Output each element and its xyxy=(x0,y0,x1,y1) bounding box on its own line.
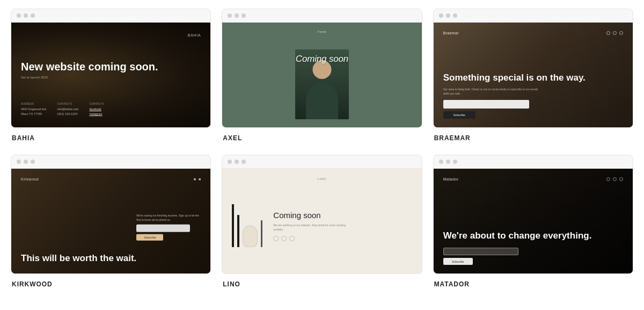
bahia-address: 2842 Dogwood AveWaco TX 77765 xyxy=(21,107,47,117)
matador-dots xyxy=(434,155,633,169)
dot-1 xyxy=(228,13,232,18)
card-kirkwood[interactable]: Kirkwood ■ ■ This will be worth the wait… xyxy=(11,155,211,288)
kirkwood-logo-text: Kirkwood xyxy=(21,177,39,181)
matador-subscribe-btn[interactable]: Subscribe xyxy=(443,258,473,265)
lino-social-icons xyxy=(273,236,412,241)
card-matador[interactable]: Matador We're about to change everything… xyxy=(433,155,633,288)
dot-3 xyxy=(453,13,457,18)
braemar-label: BRAEMAR xyxy=(433,133,633,142)
dot-1 xyxy=(439,13,443,18)
axel-image: Feed Coming soon xyxy=(222,23,421,127)
bahia-contacts-label: Contacts xyxy=(57,102,79,106)
bahia-heading: New website coming soon. xyxy=(21,60,201,74)
bahia-logo-text: Bahia xyxy=(188,33,201,37)
matador-content: We're about to change everything. Subscr… xyxy=(443,219,623,265)
dot-2 xyxy=(235,160,239,164)
matador-icon-1 xyxy=(606,177,610,181)
braemar-preview[interactable]: Braemar Something special is on the way.… xyxy=(433,9,633,128)
braemar-heading: Something special is on the way. xyxy=(443,72,623,84)
lino-heading: Coming soon xyxy=(273,210,412,221)
dot-3 xyxy=(241,160,246,164)
axel-preview[interactable]: Feed Coming soon xyxy=(222,9,422,128)
card-bahia[interactable]: Bahia New website coming soon. Set to la… xyxy=(11,9,211,142)
dot-2 xyxy=(24,13,28,18)
matador-email-input[interactable] xyxy=(443,248,518,255)
matador-icon-3 xyxy=(619,177,623,181)
kirkwood-icon-tw: ■ xyxy=(199,177,201,181)
matador-label: MATADOR xyxy=(433,279,633,288)
lino-stick-2 xyxy=(237,215,239,247)
bahia-instagram: instagram xyxy=(89,112,104,117)
kirkwood-icon-ig: ■ xyxy=(194,177,196,181)
lino-icon-tw xyxy=(289,236,295,241)
braemar-logo-text: Braemar xyxy=(443,31,459,35)
card-lino[interactable]: Lino Coming soon We are working on our w… xyxy=(222,155,422,288)
card-braemar[interactable]: Braemar Something special is on the way.… xyxy=(433,9,633,142)
kirkwood-dots xyxy=(11,155,210,169)
bahia-links-label: Contacts xyxy=(89,102,104,106)
lino-background: Lino Coming soon We are working on our w… xyxy=(222,169,421,273)
braemar-content: Something special is on the way. Our sto… xyxy=(443,67,623,119)
axel-heading: Coming soon xyxy=(296,54,348,64)
lino-stick-1 xyxy=(232,204,234,247)
dot-2 xyxy=(235,13,239,18)
lino-content: Coming soon We are working on our websit… xyxy=(232,186,412,265)
lino-icon-ig xyxy=(281,236,287,241)
lino-text-panel: Coming soon We are working on our websit… xyxy=(268,210,412,241)
card-axel[interactable]: Feed Coming soon AXEL xyxy=(222,9,422,142)
kirkwood-email-input[interactable] xyxy=(136,224,190,232)
lino-vase xyxy=(243,226,258,247)
lino-label: LINO xyxy=(222,279,422,288)
matador-image: Matador We're about to change everything… xyxy=(434,169,633,273)
matador-background: Matador We're about to change everything… xyxy=(434,169,633,273)
braemar-subscribe-btn[interactable]: Subscribe xyxy=(443,111,475,119)
kirkwood-background: Kirkwood ■ ■ This will be worth the wait… xyxy=(11,169,210,273)
dot-3 xyxy=(453,160,457,164)
bahia-preview[interactable]: Bahia New website coming soon. Set to la… xyxy=(11,9,211,128)
braemar-background: Braemar Something special is on the way.… xyxy=(434,23,633,127)
bahia-address-col: Address 2842 Dogwood AveWaco TX 77765 xyxy=(21,102,47,117)
kirkwood-label: KIRKWOOD xyxy=(11,279,211,288)
axel-label: AXEL xyxy=(222,133,422,142)
kirkwood-social-icons: ■ ■ xyxy=(194,177,201,181)
bahia-background: Bahia New website coming soon. Set to la… xyxy=(11,23,210,127)
axel-dots xyxy=(222,9,421,23)
bahia-contacts-col: Contacts info@bahia.com (321) 123-1234 xyxy=(57,102,79,117)
bahia-facebook: facebook xyxy=(89,107,104,112)
matador-social-icons xyxy=(606,177,623,181)
matador-preview[interactable]: Matador We're about to change everything… xyxy=(433,155,633,274)
braemar-icon-3 xyxy=(619,31,623,35)
matador-topbar: Matador xyxy=(443,177,623,181)
dot-2 xyxy=(24,160,28,164)
dot-1 xyxy=(228,160,232,164)
braemar-icon-2 xyxy=(613,31,617,35)
dot-3 xyxy=(31,160,35,164)
braemar-email-input[interactable] xyxy=(443,100,529,109)
lino-sub: We are working on our website. Stay tune… xyxy=(273,223,348,232)
bahia-phone: (321) 123-1234 xyxy=(57,112,79,117)
kirkwood-subscribe-btn[interactable]: Subscribe xyxy=(136,234,163,240)
kirkwood-sub: We're saving our finishing touches. Sign… xyxy=(136,213,201,221)
braemar-image: Braemar Something special is on the way.… xyxy=(434,23,633,127)
bahia-top: Bahia xyxy=(21,33,201,37)
kirkwood-topbar: Kirkwood ■ ■ xyxy=(21,177,201,181)
braemar-sub: Our store is being built. Check us out o… xyxy=(443,87,540,96)
axel-content: Coming soon xyxy=(222,33,421,127)
bahia-address-label: Address xyxy=(21,102,47,106)
dot-1 xyxy=(17,160,21,164)
bahia-links-col: Contacts facebook instagram xyxy=(89,102,104,117)
kirkwood-image: Kirkwood ■ ■ This will be worth the wait… xyxy=(11,169,210,273)
bahia-image: Bahia New website coming soon. Set to la… xyxy=(11,23,210,127)
kirkwood-right-panel: We're saving our finishing touches. Sign… xyxy=(136,213,201,240)
lino-preview[interactable]: Lino Coming soon We are working on our w… xyxy=(222,155,422,274)
bahia-bottom: Address 2842 Dogwood AveWaco TX 77765 Co… xyxy=(21,102,201,117)
bahia-dots xyxy=(11,9,210,23)
matador-heading: We're about to change everything. xyxy=(443,230,623,242)
bahia-email: info@bahia.com xyxy=(57,107,79,112)
dot-1 xyxy=(439,160,443,164)
braemar-icon-1 xyxy=(606,31,610,35)
kirkwood-preview[interactable]: Kirkwood ■ ■ This will be worth the wait… xyxy=(11,155,211,274)
kirkwood-heading: This will be worth the wait. xyxy=(21,253,201,265)
lino-icon-fb xyxy=(273,236,279,241)
lino-logo-text: Lino xyxy=(318,177,327,181)
